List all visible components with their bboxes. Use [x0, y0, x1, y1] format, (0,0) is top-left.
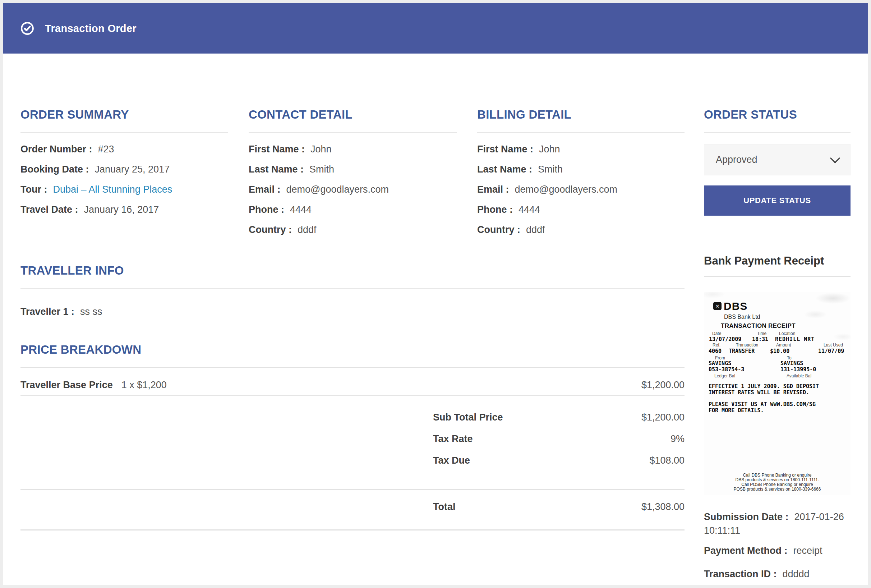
page-title: Transaction Order — [45, 22, 136, 34]
receipt-time-value: 18:31 — [752, 336, 768, 343]
billing-phone-value: 4444 — [518, 204, 540, 215]
receipt-to-header: To — [787, 355, 792, 361]
contact-phone-row: Phone :4444 — [248, 199, 457, 220]
price-breakdown-section: PRICE BREAKDOWN Traveller Base Price 1 x… — [21, 343, 684, 531]
divider — [21, 530, 684, 531]
divider — [21, 395, 684, 396]
receipt-to-account: 131-13995-0 — [780, 366, 816, 373]
billing-country-value: dddf — [526, 224, 545, 235]
transaction-id-value: ddddd — [783, 569, 810, 579]
receipt-amount-value: $10.00 — [770, 348, 789, 355]
subtotal-value: $1,200.00 — [641, 407, 684, 428]
receipt-date-value: 13/07/2009 — [709, 336, 741, 343]
billing-phone-row: Phone :4444 — [477, 199, 684, 220]
total-value: $1,308.00 — [641, 496, 684, 518]
billing-detail-heading: BILLING DETAIL — [477, 108, 684, 122]
tax-due-label: Tax Due — [433, 450, 470, 471]
receipt-date-header: Date — [712, 331, 721, 336]
billing-email-value: demo@goodlayers.com — [515, 184, 618, 195]
contact-last-name-label: Last Name : — [248, 164, 304, 175]
dbs-logo-icon: ✕ — [713, 302, 721, 310]
divider — [477, 132, 684, 133]
contact-detail-heading: CONTACT DETAIL — [248, 108, 457, 122]
base-price-row: Traveller Base Price 1 x $1,200 $1,200.0… — [21, 375, 684, 395]
billing-phone-label: Phone : — [477, 204, 513, 215]
order-summary-section: ORDER SUMMARY Order Number :#23 Booking … — [21, 108, 228, 240]
order-number-row: Order Number :#23 — [21, 139, 228, 159]
receipt-to-type: SAVINGS — [780, 360, 803, 367]
order-status-heading: ORDER STATUS — [704, 108, 850, 122]
divider — [704, 276, 850, 277]
tax-due-row: Tax Due $108.00 — [433, 450, 684, 471]
receipt-amount-header: Amount — [776, 343, 791, 347]
tax-rate-value: 9% — [670, 428, 684, 450]
sidebar-column: ORDER STATUS Approved UPDATE STATUS Bank… — [704, 108, 850, 584]
travel-date-value: January 16, 2017 — [84, 204, 159, 215]
billing-first-name-label: First Name : — [477, 144, 533, 154]
contact-first-name-value: John — [310, 144, 332, 154]
contact-detail-section: CONTACT DETAIL First Name :John Last Nam… — [248, 108, 457, 240]
receipt-transaction-value: TRANSFER — [729, 348, 754, 355]
tax-rate-row: Tax Rate 9% — [433, 428, 684, 450]
receipt-footer: Call DBS Phone Banking or enquire DBS pr… — [704, 473, 850, 492]
update-status-button[interactable]: UPDATE STATUS — [704, 186, 850, 215]
order-status-select[interactable]: Approved — [704, 144, 850, 175]
billing-first-name-value: John — [539, 144, 560, 154]
traveller-info-section: TRAVELLER INFO Traveller 1 :ss ss — [21, 263, 684, 322]
receipt-last-used-value: 11/07/09 — [818, 348, 844, 355]
order-number-label: Order Number : — [21, 144, 92, 154]
billing-email-label: Email : — [477, 184, 509, 195]
base-price-amount: $1,200.00 — [641, 375, 684, 395]
divider — [248, 132, 457, 133]
divider — [21, 489, 684, 490]
receipt-ref-value: 4060 — [709, 348, 721, 355]
billing-last-name-label: Last Name : — [477, 164, 532, 175]
tour-link[interactable]: Dubai – All Stunning Places — [53, 184, 172, 195]
order-status-selected-value: Approved — [716, 154, 757, 165]
booking-date-label: Booking Date : — [21, 164, 89, 175]
total-label: Total — [433, 496, 456, 518]
travel-date-label: Travel Date : — [21, 204, 78, 215]
base-price-label: Traveller Base Price — [21, 375, 113, 395]
contact-country-value: dddf — [298, 224, 317, 235]
payment-method-row: Payment Method :receipt — [704, 540, 850, 561]
contact-country-label: Country : — [248, 224, 292, 235]
billing-country-row: Country :dddf — [477, 220, 684, 240]
contact-last-name-value: Smith — [309, 164, 334, 175]
bank-receipt-image: ✕ DBS DBS Bank Ltd TRANSACTION RECEIPT D… — [704, 292, 850, 495]
receipt-ref-header: Ref. — [712, 343, 720, 347]
check-circle-icon — [21, 22, 34, 35]
contact-first-name-label: First Name : — [248, 144, 305, 154]
subtotal-row: Sub Total Price $1,200.00 — [433, 407, 684, 428]
receipt-title: TRANSACTION RECEIPT — [721, 322, 796, 329]
contact-country-row: Country :dddf — [248, 220, 457, 240]
bank-payment-receipt-heading: Bank Payment Receipt — [704, 253, 850, 269]
traveller-label: Traveller 1 : — [21, 306, 74, 317]
page-header: Transaction Order — [3, 3, 868, 54]
transaction-id-row: Transaction ID :ddddd — [704, 564, 850, 584]
receipt-from-header: From — [715, 355, 725, 361]
booking-date-row: Booking Date :January 25, 2017 — [21, 159, 228, 180]
tour-label: Tour : — [21, 184, 47, 195]
receipt-from-type: SAVINGS — [709, 360, 731, 367]
receipt-ledger-bal-header: Ledger Bal — [714, 373, 735, 379]
receipt-notice-line: INTEREST RATES WILL BE REVISED. — [709, 390, 809, 396]
receipt-location-value: REDHILL MRT — [775, 336, 814, 343]
billing-first-name-row: First Name :John — [477, 139, 684, 159]
booking-date-value: January 25, 2017 — [95, 164, 170, 175]
traveller-row: Traveller 1 :ss ss — [21, 302, 684, 322]
receipt-notice-line: EFFECTIVE 1 JULY 2009. SGD DEPOSIT — [709, 383, 819, 390]
contact-phone-label: Phone : — [248, 204, 284, 215]
tax-rate-label: Tax Rate — [433, 428, 473, 450]
divider — [704, 132, 850, 133]
contact-email-value: demo@goodlayers.com — [286, 184, 389, 195]
order-number-value: #23 — [98, 144, 114, 154]
contact-first-name-row: First Name :John — [248, 139, 457, 159]
traveller-value: ss ss — [80, 306, 102, 317]
payment-method-value: receipt — [793, 545, 823, 556]
submission-date-row: Submission Date :2017-01-26 10:11:11 — [704, 510, 850, 537]
transaction-order-card: Transaction Order ORDER SUMMARY Order Nu… — [3, 3, 868, 585]
receipt-available-bal-header: Available Bal — [787, 373, 811, 379]
billing-last-name-row: Last Name :Smith — [477, 159, 684, 180]
payment-method-label: Payment Method : — [704, 545, 788, 556]
